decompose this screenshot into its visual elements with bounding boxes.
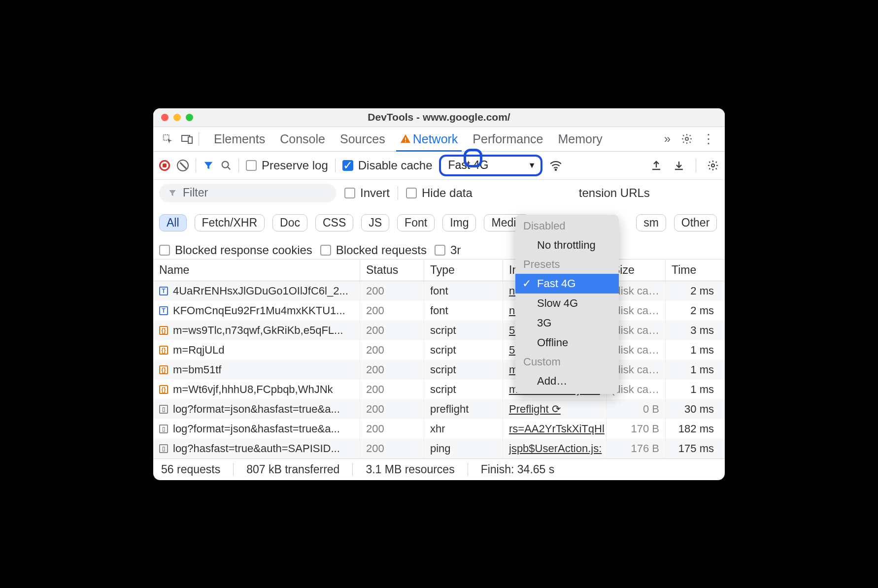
file-type-icon: T (159, 287, 168, 295)
col-status[interactable]: Status (360, 260, 424, 281)
disable-cache-checkbox[interactable]: ✓ (342, 160, 353, 171)
cell-time: 1 ms (666, 360, 720, 380)
col-name[interactable]: Name (153, 260, 360, 281)
type-pill-fetch-xhr[interactable]: Fetch/XHR (195, 214, 265, 231)
dropdown-item-3g[interactable]: 3G (515, 313, 619, 333)
dropdown-item-no-throttling[interactable]: No throttling (515, 235, 619, 255)
cell-type: script (424, 321, 503, 340)
dropdown-item-slow-4g[interactable]: Slow 4G (515, 294, 619, 313)
table-row[interactable]: TKFOmCnqEu92Fr1Mu4mxKKTU1...200fontn3:(d… (153, 301, 725, 321)
table-row[interactable]: ▯log?format=json&hasfast=true&a...200xhr… (153, 419, 725, 439)
table-row[interactable]: ▯log?hasfast=true&auth=SAPISID...200ping… (153, 439, 725, 458)
table-row[interactable]: ▯log?format=json&hasfast=true&a...200pre… (153, 399, 725, 419)
cell-type: font (424, 281, 503, 301)
blocked-requests-checkbox[interactable] (320, 245, 331, 256)
throttling-select[interactable]: Fast 4G ▼ (439, 155, 542, 176)
download-har-icon[interactable] (673, 160, 685, 171)
cell-name: {}m=bm51tf (153, 360, 360, 380)
toggle-device-toolbar-icon[interactable] (179, 131, 196, 147)
throttling-dropdown: Disabled No throttling Presets Fast 4G S… (515, 215, 619, 394)
invert-checkbox[interactable] (344, 188, 355, 198)
cell-status: 200 (360, 281, 424, 301)
tab-performance[interactable]: Performance (473, 127, 543, 151)
cell-name: TKFOmCnqEu92Fr1Mu4mxKKTU1... (153, 301, 360, 321)
cell-type: script (424, 360, 503, 380)
cell-status: 200 (360, 360, 424, 380)
inspect-element-icon[interactable] (159, 131, 176, 147)
cell-type: preflight (424, 399, 503, 419)
clear-button[interactable] (177, 160, 189, 171)
hide-data-urls-option[interactable]: Hide data (406, 186, 473, 200)
minimize-window-button[interactable] (173, 114, 181, 121)
blocked-cookies-label: Blocked response cookies (175, 243, 312, 257)
filter-placeholder: Filter (183, 186, 208, 199)
col-time[interactable]: Time (666, 260, 720, 281)
type-pill-img[interactable]: Img (442, 214, 476, 231)
upload-har-icon[interactable] (650, 160, 662, 171)
tab-console[interactable]: Console (280, 127, 325, 151)
cell-time: 3 ms (666, 321, 720, 340)
network-conditions-icon[interactable] (549, 159, 562, 172)
blocked-cookies-checkbox[interactable] (159, 245, 170, 256)
dropdown-item-add[interactable]: Add… (515, 371, 619, 391)
zoom-window-button[interactable] (186, 114, 193, 121)
type-pill-css[interactable]: CSS (315, 214, 353, 231)
record-button[interactable] (159, 160, 170, 171)
status-transferred: 807 kB transferred (246, 463, 339, 476)
settings-icon[interactable] (678, 131, 695, 147)
main-tabstrip: Elements Console Sources Network Perform… (153, 127, 725, 152)
blocked-cookies-option[interactable]: Blocked response cookies (159, 243, 312, 257)
type-pill-all[interactable]: All (159, 214, 187, 231)
search-icon[interactable] (221, 160, 232, 171)
dropdown-item-fast-4g[interactable]: Fast 4G (515, 274, 619, 294)
status-bar: 56 requests 807 kB transferred 3.1 MB re… (153, 458, 725, 480)
cell-time: 2 ms (666, 281, 720, 301)
tab-sources[interactable]: Sources (340, 127, 385, 151)
tab-elements[interactable]: Elements (214, 127, 265, 151)
table-row[interactable]: {}m=RqjULd200script58(disk ca…1 ms (153, 340, 725, 360)
type-pill-js[interactable]: JS (361, 214, 389, 231)
table-row[interactable]: {}m=ws9Tlc,n73qwf,GkRiKb,e5qFL...200scri… (153, 321, 725, 340)
disable-cache-option[interactable]: ✓ Disable cache (342, 159, 433, 172)
blocked-requests-option[interactable]: Blocked requests (320, 243, 427, 257)
cell-time: 2 ms (666, 301, 720, 321)
disable-cache-label: Disable cache (358, 159, 433, 172)
filter-input[interactable]: Filter (159, 184, 337, 202)
svg-point-5 (685, 137, 688, 140)
preserve-log-option[interactable]: Preserve log (246, 159, 328, 172)
third-party-checkbox[interactable] (435, 245, 445, 256)
cell-name: ▯log?format=json&hasfast=true&a... (153, 419, 360, 439)
cell-type: ping (424, 439, 503, 458)
hide-data-checkbox[interactable] (406, 188, 417, 198)
type-pill-doc[interactable]: Doc (272, 214, 307, 231)
status-requests: 56 requests (161, 463, 220, 476)
svg-point-7 (555, 169, 557, 170)
preserve-log-checkbox[interactable] (246, 160, 257, 171)
cell-status: 200 (360, 340, 424, 360)
close-window-button[interactable] (161, 114, 169, 121)
third-party-option[interactable]: 3r (435, 243, 461, 257)
cell-status: 200 (360, 439, 424, 458)
invert-option[interactable]: Invert (344, 186, 390, 200)
col-type[interactable]: Type (424, 260, 503, 281)
filter-bar: Filter Invert Hide data tension URLs All… (153, 180, 725, 259)
table-row[interactable]: T4UaRrENHsxJlGDuGo1OIlJfC6l_2...200fontn… (153, 281, 725, 301)
cell-size: 176 B (607, 439, 666, 458)
filter-toggle-icon[interactable] (203, 160, 214, 171)
table-header: Name Status Type Initiator Size Time (153, 260, 725, 281)
tabs-overflow-button[interactable]: » (664, 132, 671, 146)
cell-time: 30 ms (666, 399, 720, 419)
dropdown-item-offline[interactable]: Offline (515, 333, 619, 353)
extension-urls-label-partial: tension URLs (579, 186, 650, 200)
type-pill-other[interactable]: Other (674, 214, 717, 231)
table-row[interactable]: {}m=bm51tf200scriptmoduleloader.js:58(di… (153, 360, 725, 380)
type-pill-font[interactable]: Font (397, 214, 435, 231)
tab-network[interactable]: Network (400, 127, 458, 151)
network-settings-icon[interactable] (707, 160, 719, 171)
more-menu-icon[interactable]: ⋮ (698, 131, 719, 147)
network-table: Name Status Type Initiator Size Time T4U… (153, 259, 725, 458)
throttling-value: Fast 4G (448, 159, 488, 172)
tab-memory[interactable]: Memory (558, 127, 602, 151)
type-pill-wasm-partial[interactable]: sm (636, 214, 666, 231)
table-row[interactable]: {}m=Wt6vjf,hhhU8,FCpbqb,WhJNk200scriptmo… (153, 380, 725, 399)
